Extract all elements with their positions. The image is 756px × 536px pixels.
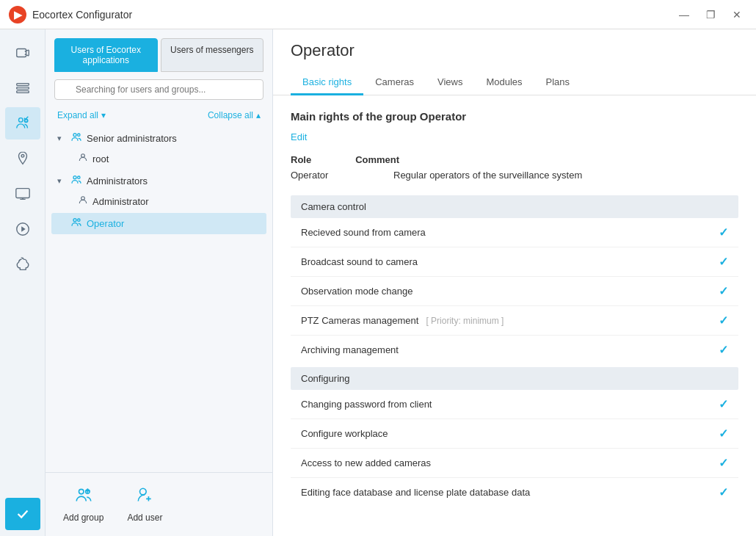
group-icon <box>70 131 82 145</box>
section-header-configuring: Configuring <box>291 367 738 390</box>
check-icon: ✓ <box>719 427 728 441</box>
tab-views[interactable]: Views <box>426 70 474 95</box>
rights-item-label: Observation mode change <box>301 286 412 297</box>
rights-item-label: Configure workplace <box>301 428 388 439</box>
group-icon-operator <box>70 217 82 231</box>
user-tree: ▾ Senior administrators <box>46 126 272 472</box>
role-table-row: Operator Regular operators of the survei… <box>291 170 738 181</box>
role-cell-comment: Regular operators of the surveillance sy… <box>393 170 582 181</box>
tab-modules[interactable]: Modules <box>474 70 534 95</box>
role-col-header-role: Role <box>291 154 311 165</box>
content-tabs: Basic rights Cameras Views Modules Plans <box>291 70 738 95</box>
tree-item-label: root <box>92 153 109 164</box>
rights-item: Archiving management ✓ <box>291 336 738 364</box>
rights-item: Broadcast sound to camera ✓ <box>291 247 738 277</box>
rights-item-label: Archiving management <box>301 344 399 355</box>
check-icon: ✓ <box>719 225 728 239</box>
panel-tabs: Users of Eocortex applications Users of … <box>46 29 272 72</box>
tab-basic-rights[interactable]: Basic rights <box>291 70 363 95</box>
tab-plans[interactable]: Plans <box>534 70 582 95</box>
svg-point-15 <box>73 219 76 222</box>
chevron-icon: ▾ <box>57 176 66 186</box>
expand-all-link[interactable]: Expand all ▾ <box>57 110 106 120</box>
rights-item-label: Changing password from client <box>301 399 432 410</box>
priority-label: [ Priority: minimum ] <box>426 316 504 326</box>
check-icon: ✓ <box>719 397 728 411</box>
user-icon <box>78 195 88 208</box>
user-icon <box>78 153 88 165</box>
svg-rect-2 <box>16 91 29 93</box>
svg-point-6 <box>21 155 24 158</box>
app-title: Eocortex Configurator <box>32 9 132 21</box>
rights-item: Recieved sound from camera ✓ <box>291 218 738 247</box>
tab-messenger-users[interactable]: Users of messengers <box>161 38 264 72</box>
section-header-camera-control: Camera control <box>291 195 738 218</box>
titlebar-left: ▶ Eocortex Configurator <box>9 6 132 23</box>
rights-item-label: Broadcast sound to camera <box>301 256 418 267</box>
tree-group-administrators: ▾ Administrators <box>51 170 266 211</box>
rights-item-label: Access to new added cameras <box>301 457 431 468</box>
panel-search-area: 🔍 <box>46 72 272 107</box>
role-col-header-comment: Comment <box>355 154 399 165</box>
tree-item-label-operator: Operator <box>87 218 124 229</box>
search-input[interactable] <box>54 79 263 100</box>
rights-item-label: Editing face database and license plate … <box>301 487 530 498</box>
rights-item: Configure workplace ✓ <box>291 419 738 449</box>
rights-item: Editing face database and license plate … <box>291 478 738 507</box>
collapse-all-link[interactable]: Collapse all ▴ <box>208 110 261 120</box>
add-user-label: Add user <box>127 513 162 523</box>
add-group-button[interactable]: Add group <box>54 482 112 527</box>
check-icon: ✓ <box>719 284 728 298</box>
rights-item-label: PTZ Cameras management [ Priority: minim… <box>301 315 504 326</box>
rights-item: Observation mode change ✓ <box>291 277 738 306</box>
chevron-up-icon: ▴ <box>256 110 261 120</box>
tree-item-administrator[interactable]: Administrator <box>72 192 266 211</box>
group-icon <box>70 174 82 188</box>
tree-children-administrators: Administrator <box>72 192 266 211</box>
rights-item: PTZ Cameras management [ Priority: minim… <box>291 306 738 336</box>
role-table: Role Comment Operator Regular operators … <box>291 154 738 181</box>
sidebar-item-active-check[interactable] <box>5 498 40 530</box>
close-button[interactable]: ✕ <box>727 4 747 25</box>
tab-cameras[interactable]: Cameras <box>363 70 426 95</box>
sidebar-item-play[interactable] <box>5 213 40 245</box>
svg-point-16 <box>78 219 80 221</box>
maximize-button[interactable]: ❐ <box>700 4 721 25</box>
sidebar-item-camera[interactable] <box>5 37 40 69</box>
tree-item-operator[interactable]: Operator <box>51 213 266 234</box>
tree-item-root[interactable]: root <box>72 149 266 169</box>
rights-items-camera-control: Recieved sound from camera ✓ Broadcast s… <box>291 218 738 364</box>
svg-point-11 <box>81 154 85 158</box>
tab-apps-users[interactable]: Users of Eocortex applications <box>54 38 158 72</box>
rights-section-camera-control: Camera control Recieved sound from camer… <box>291 195 738 364</box>
check-icon: ✓ <box>719 255 728 269</box>
content-body: Main rights of the group Operator Edit R… <box>273 95 756 536</box>
left-panel: Users of Eocortex applications Users of … <box>46 29 273 536</box>
rights-section-title: Main rights of the group Operator <box>291 110 738 123</box>
group-label-senior-admins: Senior administrators <box>87 133 177 144</box>
rights-section-configuring: Configuring Changing password from clien… <box>291 367 738 507</box>
tree-group-senior-admins: ▾ Senior administrators <box>51 128 266 169</box>
sidebar-item-users[interactable] <box>5 107 40 140</box>
svg-rect-1 <box>16 87 29 90</box>
content-area: Operator Basic rights Cameras Views Modu… <box>273 29 756 536</box>
sidebar-item-brain[interactable] <box>5 248 40 280</box>
tree-group-header-senior-admins[interactable]: ▾ Senior administrators <box>51 128 266 149</box>
tree-group-operator: Operator <box>51 213 266 234</box>
sidebar-item-map[interactable] <box>5 142 40 175</box>
sidebar-item-monitor[interactable] <box>5 178 40 210</box>
tree-group-header-administrators[interactable]: ▾ Administrators <box>51 170 266 192</box>
sidebar-item-layers[interactable] <box>5 72 40 104</box>
titlebar: ▶ Eocortex Configurator — ❐ ✕ <box>0 0 756 29</box>
svg-point-13 <box>78 176 80 178</box>
add-group-label: Add group <box>63 513 103 523</box>
main-layout: Users of Eocortex applications Users of … <box>0 29 756 536</box>
content-title: Operator <box>291 41 738 60</box>
rights-item: Changing password from client ✓ <box>291 390 738 419</box>
app-logo: ▶ <box>9 6 26 23</box>
minimize-button[interactable]: — <box>674 4 694 25</box>
edit-link[interactable]: Edit <box>291 131 307 142</box>
content-header: Operator Basic rights Cameras Views Modu… <box>273 29 756 95</box>
add-user-button[interactable]: Add user <box>118 482 171 527</box>
add-group-icon <box>74 486 93 510</box>
